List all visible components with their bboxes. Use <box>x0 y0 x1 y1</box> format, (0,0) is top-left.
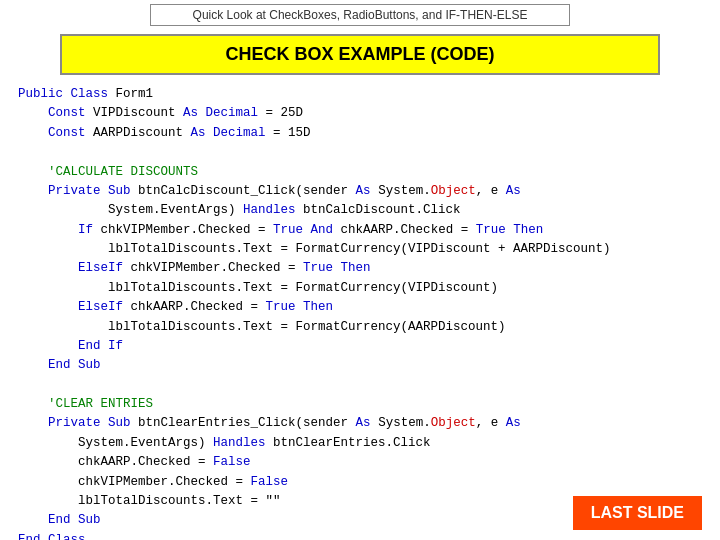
topbar-label: Quick Look at CheckBoxes, RadioButtons, … <box>193 8 528 22</box>
top-bar: Quick Look at CheckBoxes, RadioButtons, … <box>150 4 570 26</box>
code-area: Public Class Form1 Const VIPDiscount As … <box>0 85 720 540</box>
title-box: CHECK BOX EXAMPLE (CODE) <box>60 34 660 75</box>
last-slide-button[interactable]: LAST SLIDE <box>573 496 702 530</box>
title-label: CHECK BOX EXAMPLE (CODE) <box>225 44 494 64</box>
